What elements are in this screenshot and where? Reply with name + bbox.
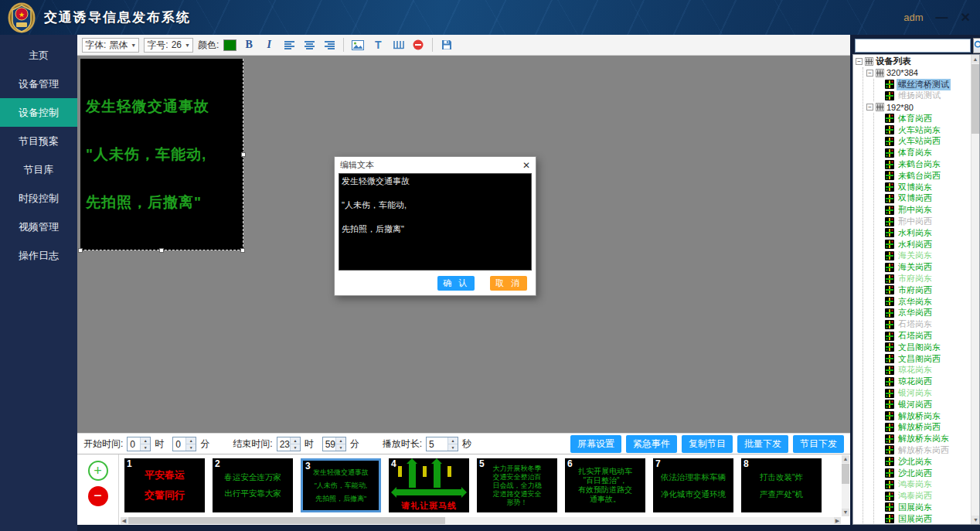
sidebar-item-操作日志[interactable]: 操作日志 xyxy=(0,241,77,270)
playlist-item-4[interactable]: 4请礼让斑马线 xyxy=(389,458,469,512)
device-item[interactable]: 螺丝湾桥测试 xyxy=(877,79,970,90)
horizontal-scrollbar[interactable]: ◀ ▶ xyxy=(121,517,841,524)
sidebar-item-设备管理[interactable]: 设备管理 xyxy=(0,70,77,98)
font-family-select[interactable]: 字体: 黑体 ▼ xyxy=(82,38,139,53)
logged-in-user[interactable]: adm xyxy=(903,12,923,23)
step-up-icon[interactable]: ▲ xyxy=(448,437,458,444)
action-button-批量下发[interactable]: 批量下发 xyxy=(737,435,788,453)
end-hour-stepper[interactable]: 23▲▼ xyxy=(277,437,301,451)
delete-element-button[interactable] xyxy=(410,37,426,53)
action-button-屏幕设置[interactable]: 屏幕设置 xyxy=(570,435,621,453)
align-center-button[interactable] xyxy=(301,37,317,53)
device-item[interactable]: 火车站岗西 xyxy=(877,136,970,148)
dialog-close-icon[interactable]: ✕ xyxy=(522,160,530,171)
insert-text-button[interactable]: T xyxy=(370,37,386,53)
device-item[interactable]: 石塔岗西 xyxy=(877,330,970,342)
step-down-icon[interactable]: ▼ xyxy=(186,444,196,451)
device-item[interactable]: 琼花岗东 xyxy=(877,365,970,376)
scrollbar-thumb[interactable] xyxy=(128,517,445,524)
resize-handle[interactable] xyxy=(241,152,246,157)
tree-group-192*80[interactable]: −192*80 xyxy=(866,101,970,113)
tree-group-320*384[interactable]: −320*384 xyxy=(866,67,970,79)
device-item[interactable]: 水利岗东 xyxy=(877,227,970,239)
sidebar-item-视频管理[interactable]: 视频管理 xyxy=(0,213,77,241)
step-up-icon[interactable]: ▲ xyxy=(186,437,196,444)
device-item[interactable]: 市府岗东 xyxy=(877,273,970,284)
step-down-icon[interactable]: ▼ xyxy=(336,444,345,451)
insert-image-button[interactable] xyxy=(350,37,366,53)
columns-button[interactable] xyxy=(390,37,406,53)
dialog-title-bar[interactable]: 编辑文本 ✕ xyxy=(335,157,536,173)
device-item[interactable]: 海关岗西 xyxy=(877,261,970,273)
vertical-scrollbar[interactable]: ▲ ▼ xyxy=(842,455,849,516)
confirm-button[interactable]: 确 认 xyxy=(437,276,475,291)
device-item[interactable]: 体育岗东 xyxy=(877,147,970,158)
sidebar-item-节目预案[interactable]: 节目预案 xyxy=(0,127,77,155)
device-item[interactable]: 水利岗西 xyxy=(877,239,970,250)
resize-handle[interactable] xyxy=(159,248,164,253)
scroll-down-icon[interactable]: ▼ xyxy=(842,509,849,516)
minimize-button[interactable]: — xyxy=(936,12,948,24)
device-item[interactable]: 文昌阁岗东 xyxy=(877,342,970,353)
step-up-icon[interactable]: ▲ xyxy=(141,437,150,444)
device-item[interactable]: 鸿泰岗西 xyxy=(877,490,970,502)
collapse-icon[interactable]: − xyxy=(866,104,873,111)
device-search-input[interactable] xyxy=(855,39,971,53)
step-down-icon[interactable]: ▼ xyxy=(448,444,458,451)
playlist-item-8[interactable]: 8打击改装"炸严查严处"机 xyxy=(741,458,822,512)
sidebar-item-节目库[interactable]: 节目库 xyxy=(0,155,77,184)
device-item[interactable]: 琼花岗西 xyxy=(877,376,970,387)
start-minute-stepper[interactable]: 0▲▼ xyxy=(172,437,196,451)
playlist-item-2[interactable]: 2春运安全连万家出行平安靠大家 xyxy=(213,458,293,512)
device-item[interactable]: 解放桥东岗东 xyxy=(877,433,970,444)
device-item[interactable]: 维扬岗测试 xyxy=(877,90,970,101)
device-item[interactable]: 京华岗东 xyxy=(877,296,970,308)
design-canvas[interactable]: 发生轻微交通事故"人未伤，车能动,先拍照，后撤离" 编辑文本 ✕ 发生轻微交通事… xyxy=(77,56,850,433)
device-item[interactable]: 双博岗东 xyxy=(877,182,970,193)
device-item[interactable]: 来鹤台岗东 xyxy=(877,158,970,170)
scrollbar-thumb[interactable] xyxy=(842,464,849,484)
playlist-item-7[interactable]: 7依法治理非标车辆净化城市交通环境 xyxy=(653,458,733,512)
tree-root[interactable]: −设备列表 xyxy=(856,56,970,67)
scrollbar-thumb[interactable] xyxy=(971,64,980,134)
scroll-up-icon[interactable]: ▲ xyxy=(971,55,979,63)
scroll-right-icon[interactable]: ▶ xyxy=(834,517,841,524)
step-down-icon[interactable]: ▼ xyxy=(291,444,300,451)
device-item[interactable]: 来鹤台岗西 xyxy=(877,170,970,182)
playlist-item-6[interactable]: 6扎实开展电动车"百日整治"，有效预防道路交通事故。 xyxy=(565,458,645,512)
led-preview[interactable]: 发生轻微交通事故"人未伤，车能动,先拍照，后撤离" xyxy=(80,59,243,250)
sidebar-item-时段控制[interactable]: 时段控制 xyxy=(0,184,77,213)
action-button-复制节目[interactable]: 复制节目 xyxy=(682,435,733,453)
device-item[interactable]: 京华岗西 xyxy=(877,308,970,319)
scroll-up-icon[interactable]: ▲ xyxy=(842,455,849,463)
scroll-left-icon[interactable]: ◀ xyxy=(121,517,128,524)
device-item[interactable]: 国展岗西 xyxy=(877,513,970,523)
device-item[interactable]: 解放桥岗东 xyxy=(877,410,970,422)
device-item[interactable]: 邢中岗西 xyxy=(877,216,970,227)
step-up-icon[interactable]: ▲ xyxy=(336,437,345,444)
device-item[interactable]: 沙北岗东 xyxy=(877,456,970,468)
playlist-item-5[interactable]: 5大力开展秋冬季交通安全整治百日会战，全力稳定道路交通安全形势！ xyxy=(477,458,557,512)
step-down-icon[interactable]: ▼ xyxy=(141,444,150,451)
color-swatch[interactable] xyxy=(223,39,236,51)
device-item[interactable]: 市府岗西 xyxy=(877,284,970,296)
align-right-button[interactable] xyxy=(322,37,337,53)
cancel-button[interactable]: 取 消 xyxy=(490,276,527,291)
end-minute-stepper[interactable]: 59▲▼ xyxy=(322,437,346,451)
collapse-icon[interactable]: − xyxy=(856,58,863,65)
device-item[interactable]: 双博岗西 xyxy=(877,193,970,205)
collapse-icon[interactable]: − xyxy=(866,70,873,77)
action-button-紧急事件[interactable]: 紧急事件 xyxy=(626,435,677,453)
align-left-button[interactable] xyxy=(281,37,297,53)
italic-button[interactable]: I xyxy=(261,37,277,53)
sidebar-item-主页[interactable]: 主页 xyxy=(0,41,77,70)
device-item[interactable]: 银河岗西 xyxy=(877,399,970,410)
duration-stepper[interactable]: 5▲▼ xyxy=(426,437,458,451)
device-item[interactable]: 鸿泰岗东 xyxy=(877,478,970,490)
search-button[interactable] xyxy=(973,38,980,53)
device-item[interactable]: 解放桥岗西 xyxy=(877,422,970,434)
device-item[interactable]: 沙北岗西 xyxy=(877,468,970,479)
font-size-select[interactable]: 字号: 26 ▼ xyxy=(144,38,193,53)
remove-program-button[interactable]: − xyxy=(88,486,108,506)
save-button[interactable] xyxy=(439,37,454,53)
